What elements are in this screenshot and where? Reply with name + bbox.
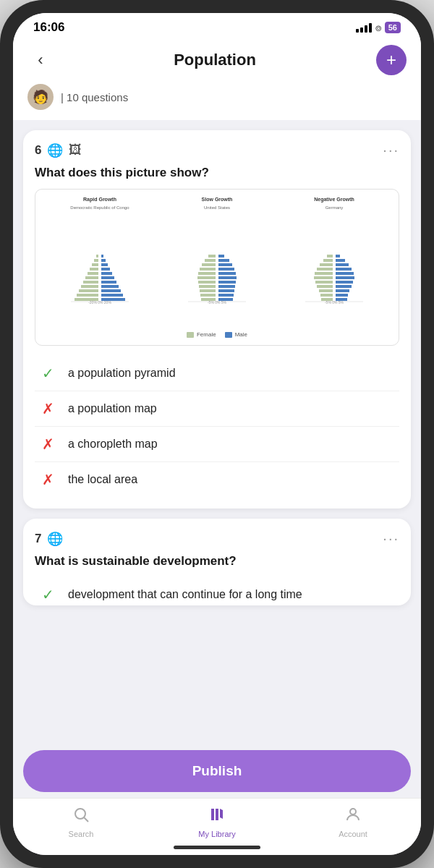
pyramid-congo: Rapid Growth Democratic Republic of Cong… [43,197,157,327]
svg-rect-41 [218,263,232,266]
question-card-7: 7 🌐 ··· What is sustainable development?… [23,519,411,605]
svg-rect-32 [198,281,216,284]
nav-item-account[interactable]: Account [285,806,421,838]
svg-rect-63 [336,268,352,271]
svg-rect-16 [92,263,98,266]
svg-text:-5%  0%  5%: -5% 0% 5% [325,300,344,305]
svg-rect-39 [218,268,234,271]
back-button[interactable]: ‹ [27,47,54,73]
cross-icon-2: ✗ [38,399,58,419]
globe-icon-6: 🌐 [47,142,63,158]
answer-text-2: a population map [68,402,157,415]
legend-female-color [187,332,194,338]
sub-header: 🧑 | 10 questions [13,84,421,120]
svg-rect-51 [336,294,348,297]
svg-rect-34 [197,276,216,279]
nav-item-library[interactable]: My Library [149,806,285,838]
svg-rect-11 [101,276,114,279]
svg-rect-13 [101,272,112,275]
add-button[interactable]: + [376,45,407,75]
card-meta-7: 7 🌐 ··· [35,530,399,547]
svg-rect-40 [202,263,216,266]
nav-item-search[interactable]: Search [13,806,149,838]
svg-text:-20%  0%  20%: -20% 0% 20% [88,300,111,305]
svg-rect-8 [83,281,98,284]
status-bar: 16:06 ⌾ 56 [13,13,421,39]
svg-rect-56 [315,281,333,284]
svg-rect-27 [218,294,234,297]
pyramid-legend: Female Male [43,331,391,338]
question-text-7: What is sustainable development? [35,554,399,569]
svg-rect-69 [336,255,340,258]
home-indicator [13,843,421,855]
svg-rect-58 [314,276,333,279]
answer-option-3: ✗ a choropleth map [35,427,399,462]
answer-option-1: ✓ a population pyramid [35,356,399,391]
page-title: Population [174,51,256,69]
svg-rect-43 [218,259,229,262]
svg-rect-59 [336,276,354,279]
cross-icon-4: ✗ [38,469,58,490]
svg-rect-66 [323,259,333,262]
svg-rect-21 [101,255,103,258]
svg-rect-29 [218,289,234,292]
nav-label-search: Search [69,830,94,838]
svg-point-74 [350,809,356,814]
svg-rect-6 [81,285,98,288]
nav-label-library: My Library [198,830,235,838]
publish-button[interactable]: Publish [23,750,411,792]
svg-rect-68 [327,255,333,258]
home-bar [174,846,260,849]
svg-rect-9 [101,281,116,284]
svg-rect-54 [317,285,333,288]
bottom-nav: Search My Library Account [13,798,421,843]
battery-indicator: 56 [385,22,401,33]
answer-text-7-1: development that can continue for a long… [68,588,302,601]
more-menu-7[interactable]: ··· [383,530,399,547]
question-number-7: 7 [35,532,41,546]
question-number-6: 6 [35,143,41,158]
svg-text:-5%  0%  5%: -5% 0% 5% [208,300,227,305]
svg-rect-64 [320,263,333,266]
image-icon-6: 🖼 [69,142,82,158]
svg-rect-2 [77,294,98,297]
svg-rect-15 [101,268,110,271]
svg-rect-14 [90,268,98,271]
svg-rect-52 [319,289,333,292]
svg-rect-31 [218,285,235,288]
question-count: | 10 questions [61,91,128,103]
status-icons: ⌾ 56 [356,22,401,33]
pyramid-image: Rapid Growth Democratic Republic of Cong… [35,189,399,346]
svg-rect-42 [205,259,216,262]
svg-rect-50 [320,294,333,297]
svg-rect-18 [94,259,98,262]
scroll-area[interactable]: 6 🌐 🖼 ··· What does this picture show? R… [13,120,421,743]
legend-male: Male [225,331,247,338]
svg-rect-10 [85,276,98,279]
page-header: ‹ Population + [13,39,421,84]
svg-rect-36 [198,272,216,275]
svg-rect-55 [336,285,352,288]
svg-rect-57 [336,281,353,284]
library-nav-icon [208,806,226,827]
status-time: 16:06 [33,20,64,35]
svg-rect-4 [79,289,98,292]
more-menu-6[interactable]: ··· [383,142,399,158]
svg-rect-19 [101,259,106,262]
cross-icon-3: ✗ [38,434,58,454]
legend-female: Female [187,331,216,338]
phone-screen: 16:06 ⌾ 56 ‹ Population + 🧑 | 10 questio… [13,13,421,855]
legend-male-label: Male [235,331,247,338]
nav-label-account: Account [339,830,367,838]
svg-rect-44 [208,255,216,258]
question-card-6: 6 🌐 🖼 ··· What does this picture show? R… [23,130,411,509]
card-meta-6: 6 🌐 🖼 ··· [35,142,399,158]
svg-point-72 [75,809,85,819]
svg-rect-26 [200,294,216,297]
svg-rect-37 [218,272,236,275]
svg-rect-60 [315,272,333,275]
answer-option-4: ✗ the local area [35,462,399,497]
globe-icon-7: 🌐 [47,531,63,547]
pyramid-germany: Negative Growth Germany [277,197,391,327]
check-icon-1: ✓ [38,363,58,383]
